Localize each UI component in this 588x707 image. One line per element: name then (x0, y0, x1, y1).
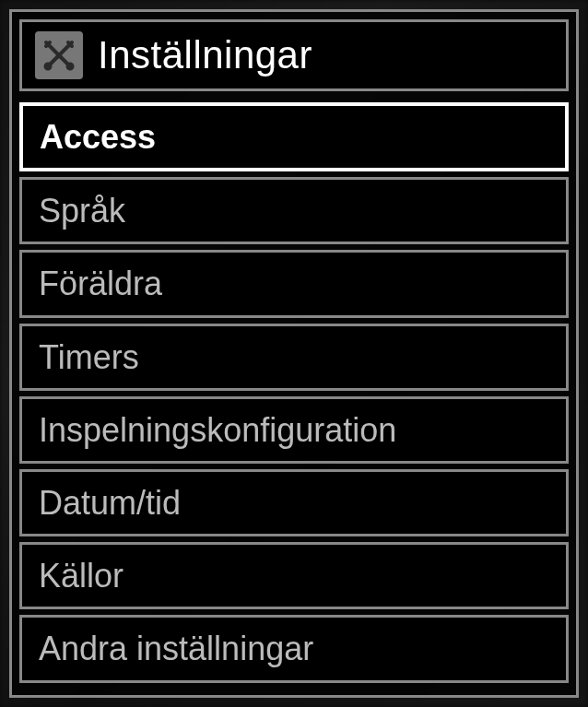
settings-panel: Inställningar Access Språk Föräldra Time… (9, 9, 579, 698)
menu-item-label: Inspelningskonfiguration (39, 411, 396, 449)
menu-item-label: Språk (39, 192, 125, 230)
settings-menu-list: Access Språk Föräldra Timers Inspelnings… (19, 102, 569, 683)
menu-item-parental[interactable]: Föräldra (19, 250, 569, 317)
menu-item-access[interactable]: Access (19, 102, 569, 171)
settings-header: Inställningar (19, 19, 569, 91)
svg-point-1 (45, 64, 51, 69)
tools-icon (35, 31, 83, 79)
menu-item-label: Källor (39, 557, 123, 595)
menu-item-timers[interactable]: Timers (19, 324, 569, 391)
menu-item-other-settings[interactable]: Andra inställningar (19, 615, 569, 682)
menu-item-label: Timers (39, 338, 139, 376)
menu-item-label: Datum/tid (39, 484, 181, 522)
menu-item-label: Andra inställningar (39, 630, 313, 667)
menu-item-sources[interactable]: Källor (19, 542, 569, 609)
menu-item-date-time[interactable]: Datum/tid (19, 469, 569, 536)
menu-item-recording-config[interactable]: Inspelningskonfiguration (19, 396, 569, 464)
menu-item-label: Access (40, 118, 156, 156)
menu-item-language[interactable]: Språk (19, 177, 569, 244)
svg-point-0 (67, 64, 73, 69)
settings-title: Inställningar (98, 33, 312, 77)
menu-item-label: Föräldra (39, 265, 162, 302)
